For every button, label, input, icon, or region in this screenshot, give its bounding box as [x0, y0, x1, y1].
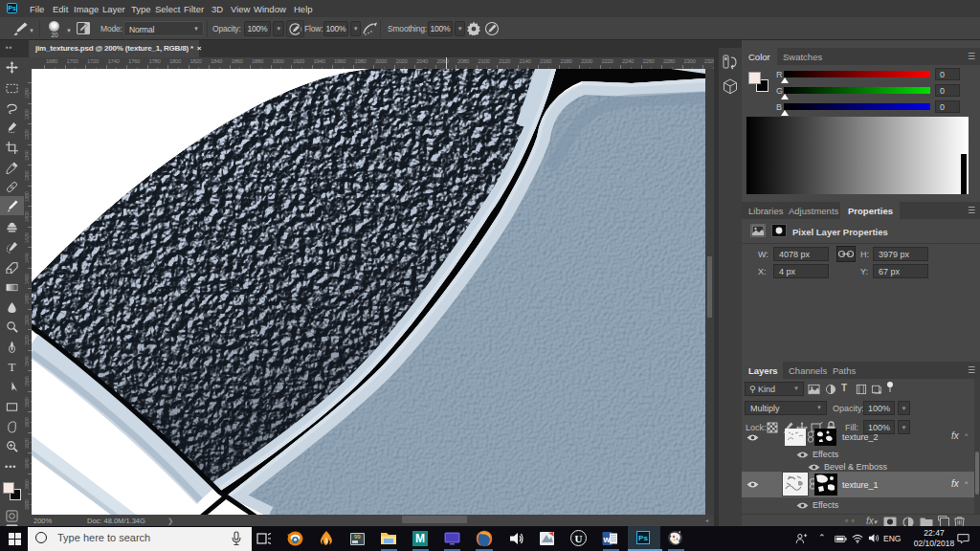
svg-text:T: T — [9, 361, 16, 373]
svg-text:w: w — [602, 535, 611, 544]
svg-text:U: U — [575, 533, 583, 544]
svg-text:99: 99 — [354, 534, 361, 540]
